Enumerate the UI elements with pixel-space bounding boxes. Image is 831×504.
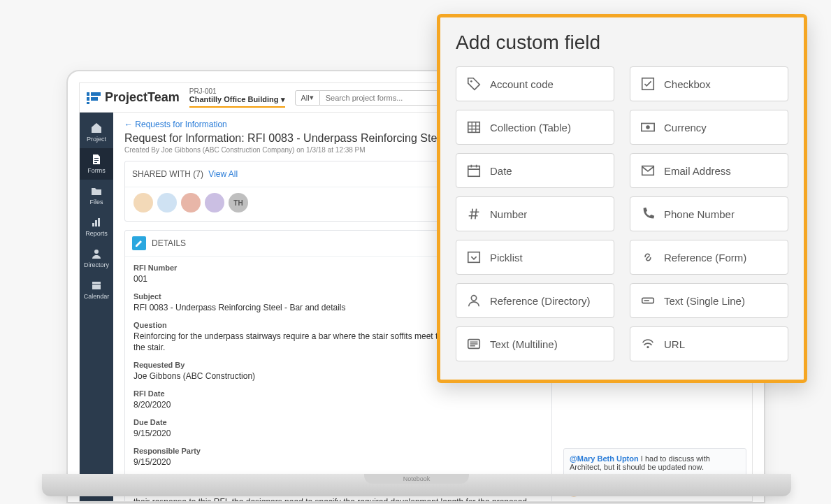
field-type-text-multi[interactable]: Text (Multiline) [456, 326, 614, 361]
calendar-icon [91, 280, 102, 291]
link-icon [640, 250, 656, 265]
svg-point-11 [470, 80, 472, 82]
svg-rect-0 [87, 92, 89, 96]
svg-rect-1 [91, 92, 101, 96]
project-code: PRJ-001 [189, 87, 285, 95]
currency-icon [640, 120, 656, 135]
field-type-label: URL [664, 338, 685, 350]
sidebar-item-label: Forms [80, 167, 113, 174]
field-type-label: Checkbox [664, 78, 711, 90]
field-type-label: Collection (Table) [490, 122, 571, 134]
field-type-label: Text (Multiline) [490, 338, 558, 350]
url-icon [640, 336, 656, 352]
field-type-currency[interactable]: Currency [630, 110, 788, 145]
field-type-checkbox[interactable]: Checkbox [630, 66, 788, 101]
sidebar-item-label: Calendar [80, 293, 113, 300]
avatar[interactable] [133, 193, 153, 213]
field-value: 9/15/2020 [133, 456, 543, 468]
svg-point-22 [646, 346, 649, 348]
svg-rect-2 [87, 97, 89, 101]
modal-title: Add custom field [456, 31, 788, 54]
field-type-reference-directory[interactable]: Reference (Directory) [456, 283, 614, 318]
svg-rect-4 [87, 102, 89, 104]
svg-rect-6 [95, 220, 97, 226]
search-input[interactable] [320, 90, 446, 106]
brand-logo[interactable]: ProjectTeam [87, 90, 180, 105]
svg-rect-13 [468, 122, 480, 133]
svg-point-19 [471, 296, 476, 301]
svg-rect-7 [98, 218, 100, 226]
field-type-label: Reference (Form) [664, 252, 746, 264]
sidebar-item-directory[interactable]: Directory [80, 243, 113, 274]
sidebar-item-label: Directory [80, 261, 113, 268]
project-selector[interactable]: PRJ-001 Chantilly Office Building ▾ [189, 87, 285, 108]
sidebar-item-reports[interactable]: Reports [80, 211, 113, 243]
sidebar-item-label: Project [80, 136, 113, 143]
brand-icon [87, 91, 101, 105]
field-type-picklist[interactable]: Picklist [456, 240, 614, 275]
pencil-icon[interactable] [132, 236, 146, 250]
sidebar-item-calendar[interactable]: Calendar [80, 274, 113, 305]
avatar[interactable] [157, 193, 177, 213]
view-all-link[interactable]: View All [208, 169, 238, 179]
svg-rect-9 [92, 282, 101, 289]
svg-point-8 [94, 250, 99, 254]
field-type-label: Phone Number [664, 208, 735, 220]
field-label: Responsible Party [133, 447, 543, 455]
document-icon [91, 154, 102, 165]
svg-rect-10 [92, 284, 101, 285]
sidebar-item-label: Reports [80, 230, 113, 237]
avatar[interactable]: TH [229, 193, 248, 213]
svg-rect-3 [91, 97, 98, 101]
folder-icon [91, 185, 102, 196]
field-value: 9/15/2020 [133, 428, 543, 440]
tag-icon [466, 76, 482, 92]
field-type-label: Email Address [664, 165, 731, 177]
sidebar-item-forms[interactable]: Forms [80, 148, 113, 180]
directory-icon [91, 248, 102, 259]
sidebar-item-project[interactable]: Project [80, 117, 113, 148]
checkbox-icon [640, 76, 656, 92]
sidebar: Project Forms Files Reports Directory [80, 113, 113, 501]
details-heading: DETAILS [152, 238, 186, 248]
brand-text: ProjectTeam [105, 90, 180, 105]
field-type-label: Number [490, 208, 527, 220]
field-type-label: Currency [664, 122, 707, 134]
field-type-number[interactable]: Number [456, 196, 614, 231]
laptop-brand-label: Notebook [403, 474, 431, 484]
email-icon [640, 163, 656, 178]
field-type-label: Picklist [490, 252, 523, 264]
search-filter-pill[interactable]: All ▾ [295, 90, 320, 106]
field-type-text-single[interactable]: Text (Single Line) [630, 283, 788, 318]
add-custom-field-modal: Add custom field Account code Checkbox C… [437, 14, 807, 383]
chart-icon [91, 217, 102, 228]
field-type-label: Date [490, 165, 512, 177]
avatar[interactable] [181, 193, 201, 213]
shared-label: SHARED WITH (7) [132, 169, 203, 179]
text-multi-icon [466, 336, 482, 352]
text-single-icon [640, 293, 656, 308]
field-type-phone[interactable]: Phone Number [630, 196, 788, 231]
field-label: RFI Date [133, 389, 543, 398]
field-type-collection[interactable]: Collection (Table) [456, 110, 614, 145]
mention[interactable]: @Mary Beth Upton [570, 454, 639, 463]
field-type-url[interactable]: URL [630, 326, 788, 361]
picklist-icon [466, 250, 482, 265]
field-type-account-code[interactable]: Account code [456, 66, 614, 101]
field-type-label: Text (Single Line) [664, 295, 745, 307]
person-icon [466, 293, 482, 308]
calendar-icon [466, 163, 482, 178]
comment: @Mary Beth Upton I had to discuss with A… [563, 448, 746, 477]
laptop-base: Notebook [42, 474, 791, 496]
field-type-label: Account code [490, 78, 554, 90]
field-label: Due Date [133, 418, 543, 426]
field-type-date[interactable]: Date [456, 153, 614, 188]
sidebar-item-label: Files [80, 199, 113, 206]
field-type-email[interactable]: Email Address [630, 153, 788, 188]
field-type-reference-form[interactable]: Reference (Form) [630, 240, 788, 275]
avatar[interactable] [205, 193, 224, 213]
field-value: 8/20/2020 [133, 399, 543, 411]
home-icon [91, 122, 102, 134]
phone-icon [640, 206, 656, 222]
sidebar-item-files[interactable]: Files [80, 180, 113, 211]
